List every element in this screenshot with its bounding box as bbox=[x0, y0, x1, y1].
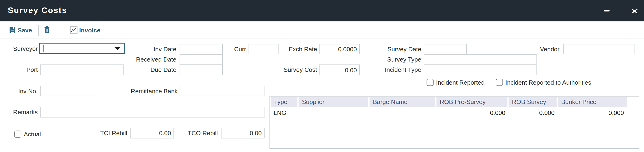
window-title: Survey Costs bbox=[8, 6, 67, 15]
tci-rebill-label: TCI Rebill bbox=[86, 128, 127, 138]
inv-date-input[interactable] bbox=[180, 44, 223, 54]
vendor-input[interactable] bbox=[563, 44, 635, 54]
curr-input[interactable] bbox=[249, 44, 279, 54]
remarks-input[interactable] bbox=[40, 107, 265, 117]
tco-rebill-input[interactable] bbox=[221, 128, 265, 138]
survey-cost-input[interactable] bbox=[319, 65, 360, 75]
save-label: Save bbox=[18, 27, 32, 34]
window-titlebar: Survey Costs bbox=[0, 0, 644, 22]
exch-rate-input[interactable] bbox=[319, 44, 360, 54]
survey-type-label: Survey Type bbox=[380, 54, 421, 65]
grid-header-barge-name[interactable]: Barge Name bbox=[370, 97, 436, 106]
save-button[interactable]: Save bbox=[9, 26, 32, 34]
tco-rebill-label: TCO Rebill bbox=[177, 128, 218, 138]
survey-type-input[interactable] bbox=[424, 54, 536, 65]
invoice-button[interactable]: Invoice bbox=[70, 26, 100, 34]
minimize-button[interactable] bbox=[602, 0, 612, 22]
cell-rob-pre-survey: 0.000 bbox=[436, 106, 509, 118]
actual-checkbox[interactable] bbox=[14, 130, 22, 137]
minimize-icon bbox=[604, 10, 610, 12]
grid-header-supplier[interactable]: Supplier bbox=[299, 97, 370, 106]
incident-reported-to-authorities-label: Incident Reported to Authorities bbox=[506, 79, 592, 86]
incident-type-label: Incident Type bbox=[380, 65, 421, 75]
cell-bunker-price: 0.000 bbox=[558, 106, 627, 118]
incident-type-input[interactable] bbox=[424, 64, 536, 75]
grid-header-type[interactable]: Type bbox=[271, 97, 299, 106]
toolbar: Save Invoice bbox=[0, 22, 644, 40]
tci-rebill-input[interactable] bbox=[130, 128, 174, 138]
remittance-bank-input[interactable] bbox=[180, 86, 265, 96]
remarks-label: Remarks bbox=[0, 107, 38, 117]
save-icon bbox=[9, 26, 16, 33]
survey-date-label: Survey Date bbox=[380, 44, 421, 54]
remittance-bank-label: Remittance Bank bbox=[124, 86, 178, 96]
text-cursor bbox=[42, 45, 43, 52]
surveyor-dropdown[interactable] bbox=[39, 43, 124, 54]
actual-label: Actual bbox=[24, 130, 41, 138]
invoice-chart-icon bbox=[70, 26, 78, 34]
grid-header-rob-survey[interactable]: ROB Survey bbox=[509, 97, 558, 106]
trash-icon bbox=[44, 26, 50, 33]
dropdown-arrow-icon bbox=[114, 47, 120, 50]
grid-row-lng[interactable]: LNG 0.000 0.000 0.000 bbox=[271, 106, 627, 118]
cell-barge-name bbox=[370, 106, 436, 118]
bunker-grid: Type Supplier Barge Name ROB Pre-Survey … bbox=[270, 96, 639, 149]
incident-reported-label: Incident Reported bbox=[436, 79, 485, 86]
close-icon bbox=[631, 8, 638, 14]
cell-supplier bbox=[299, 106, 370, 118]
due-date-input[interactable] bbox=[180, 64, 223, 75]
exch-rate-label: Exch Rate bbox=[276, 44, 317, 54]
curr-label: Curr bbox=[222, 44, 246, 54]
delete-button[interactable] bbox=[44, 26, 51, 34]
port-input[interactable] bbox=[40, 65, 124, 75]
grid-header-rob-pre-survey[interactable]: ROB Pre-Survey bbox=[436, 97, 509, 106]
form-area: Surveyor Inv Date Curr Exch Rate Survey … bbox=[0, 39, 644, 152]
grid-header: Type Supplier Barge Name ROB Pre-Survey … bbox=[271, 97, 627, 106]
survey-cost-label: Survey Cost bbox=[276, 65, 317, 75]
received-date-input[interactable] bbox=[180, 54, 223, 65]
inv-no-input[interactable] bbox=[40, 86, 97, 96]
toolbar-separator bbox=[38, 25, 39, 36]
port-label: Port bbox=[0, 65, 38, 75]
survey-date-input[interactable] bbox=[424, 44, 467, 54]
inv-date-label: Inv Date bbox=[135, 44, 176, 54]
received-date-label: Received Date bbox=[127, 54, 176, 65]
inv-no-label: Inv No. bbox=[0, 86, 38, 96]
close-button[interactable] bbox=[629, 0, 640, 22]
grid-header-bunker-price[interactable]: Bunker Price bbox=[558, 97, 627, 106]
cell-type: LNG bbox=[271, 106, 299, 118]
vendor-label: Vendor bbox=[518, 44, 560, 54]
surveyor-label: Surveyor bbox=[0, 44, 38, 54]
survey-costs-window: Survey Costs Save bbox=[0, 0, 644, 152]
invoice-label: Invoice bbox=[79, 27, 100, 34]
incident-reported-checkbox[interactable] bbox=[426, 79, 434, 86]
incident-reported-to-authorities-checkbox[interactable] bbox=[496, 79, 503, 86]
cell-rob-survey: 0.000 bbox=[509, 106, 558, 118]
due-date-label: Due Date bbox=[135, 65, 176, 75]
